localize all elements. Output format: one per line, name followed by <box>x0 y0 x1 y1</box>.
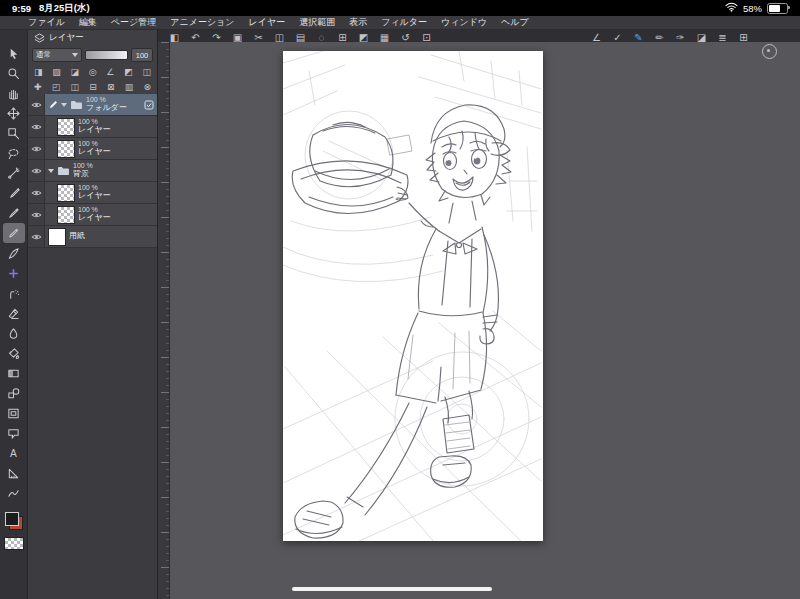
layer-row[interactable]: 100 % レイヤー <box>28 182 157 204</box>
canvas-viewport[interactable] <box>170 42 800 599</box>
eye-icon <box>31 145 42 153</box>
transfer-layer-icon[interactable]: ⊠ <box>107 82 115 92</box>
eye-icon <box>31 101 42 109</box>
paper-thumbnail <box>48 228 66 246</box>
hand-tool[interactable] <box>3 83 25 103</box>
pen-tool[interactable] <box>3 203 25 223</box>
opacity-value[interactable]: 100 <box>131 48 153 62</box>
set-ruler-icon[interactable]: ∠ <box>106 67 114 77</box>
layer-opacity: 100 % <box>78 184 111 192</box>
opacity-slider[interactable] <box>85 50 128 60</box>
folder-icon <box>57 166 70 176</box>
menu-bar: ファイル 編集 ページ管理 アニメーション レイヤー 選択範囲 表示 フィルター… <box>0 16 800 30</box>
blend-tool[interactable] <box>3 323 25 343</box>
brush-tool[interactable] <box>3 243 25 263</box>
main-color-swatch[interactable] <box>5 512 19 526</box>
layer-visibility-toggle[interactable] <box>28 204 45 225</box>
eyedropper-tool[interactable] <box>3 183 25 203</box>
layer-color-icon[interactable]: ◩ <box>124 67 133 77</box>
collapse-caret-icon[interactable] <box>48 169 54 173</box>
zoom-tool[interactable] <box>3 63 25 83</box>
color-swatches[interactable] <box>4 511 24 531</box>
two-pane-icon[interactable]: ◫ <box>142 67 151 77</box>
airbrush-tool[interactable] <box>3 283 25 303</box>
edit-target-pen-icon <box>48 100 58 110</box>
battery-icon <box>767 3 788 14</box>
layer-row[interactable]: 100 % レイヤー <box>28 116 157 138</box>
menu-selection[interactable]: 選択範囲 <box>299 16 335 29</box>
decoration-tool[interactable] <box>3 263 25 283</box>
text-tool[interactable]: A <box>3 443 25 463</box>
layer-command-row-2: ✚ ◰ ◫ ⊟ ⊠ ▥ ⊗ <box>28 79 157 94</box>
frame-border-tool[interactable] <box>3 403 25 423</box>
transparent-color-swatch[interactable] <box>4 537 24 550</box>
menu-help[interactable]: ヘルプ <box>501 16 529 29</box>
collapse-caret-icon[interactable] <box>61 103 67 107</box>
menu-view[interactable]: 表示 <box>349 16 367 29</box>
line-correction-tool[interactable] <box>3 483 25 503</box>
delete-layer-icon[interactable]: ⊗ <box>143 82 151 92</box>
eye-icon <box>31 211 42 219</box>
menu-filter[interactable]: フィルター <box>381 16 427 29</box>
duplicate-layer-icon[interactable]: ◫ <box>70 82 79 92</box>
pencil-tool[interactable] <box>3 223 25 243</box>
eraser-tool[interactable] <box>3 303 25 323</box>
menu-file[interactable]: ファイル <box>28 16 65 29</box>
layer-row[interactable]: 100 % レイヤー <box>28 138 157 160</box>
svg-text:A: A <box>10 448 17 459</box>
auto-select-tool[interactable] <box>3 163 25 183</box>
layer-thumbnail <box>57 140 75 158</box>
home-indicator[interactable] <box>292 587 492 591</box>
battery-percent: 58% <box>743 3 762 14</box>
layer-thumbnail <box>57 206 75 224</box>
enable-mask-icon[interactable]: ◎ <box>89 67 97 77</box>
layer-opacity: 100 % <box>86 96 127 104</box>
figure-tool[interactable] <box>3 383 25 403</box>
layer-name: レイヤー <box>78 148 111 157</box>
layer-visibility-toggle[interactable] <box>28 182 45 203</box>
wifi-icon <box>725 2 738 14</box>
layer-check-icon[interactable] <box>144 100 154 110</box>
canvas[interactable] <box>283 51 543 541</box>
menu-edit[interactable]: 編集 <box>79 16 97 29</box>
merge-down-icon[interactable]: ⊟ <box>89 82 97 92</box>
layer-visibility-toggle[interactable] <box>28 116 45 137</box>
menu-layer[interactable]: レイヤー <box>249 16 286 29</box>
combine-mode-icon[interactable]: ◨ <box>34 67 43 77</box>
ruler-tool[interactable] <box>3 463 25 483</box>
layer-row-folder[interactable]: 100 % 背景 <box>28 160 157 182</box>
gradient-tool[interactable] <box>3 363 25 383</box>
lock-alpha-icon[interactable]: ▨ <box>52 67 61 77</box>
balloon-tool[interactable] <box>3 423 25 443</box>
eye-icon <box>31 123 42 131</box>
fill-tool[interactable] <box>3 343 25 363</box>
new-layer-icon[interactable]: ✚ <box>34 82 42 92</box>
screentone-icon[interactable]: ▥ <box>125 82 134 92</box>
layer-row[interactable]: 100 % レイヤー <box>28 204 157 226</box>
new-folder-icon[interactable]: ◰ <box>52 82 61 92</box>
layer-visibility-toggle[interactable] <box>28 226 45 247</box>
eye-icon <box>31 233 42 241</box>
blend-mode-select[interactable]: 通常 <box>32 48 82 62</box>
selection-tool[interactable] <box>3 143 25 163</box>
layer-visibility-toggle[interactable] <box>28 160 45 181</box>
menu-window[interactable]: ウィンドウ <box>441 16 487 29</box>
layer-thumbnail <box>57 184 75 202</box>
layer-panel-title: レイヤー <box>49 32 84 44</box>
object-tool[interactable] <box>3 123 25 143</box>
chevron-down-icon <box>72 53 78 57</box>
operation-tool[interactable] <box>3 43 25 63</box>
menu-page-manage[interactable]: ページ管理 <box>111 16 156 29</box>
vertical-ruler <box>158 42 170 599</box>
layer-row-paper[interactable]: 用紙 <box>28 226 157 248</box>
lock-layer-icon[interactable]: ◪ <box>71 67 80 77</box>
layer-row-folder[interactable]: 100 % フォルダー <box>28 94 157 116</box>
layer-visibility-toggle[interactable] <box>28 138 45 159</box>
layer-name: 用紙 <box>69 232 85 241</box>
menu-animation[interactable]: アニメーション <box>170 16 234 29</box>
layer-command-row-1: ◨ ▨ ◪ ◎ ∠ ◩ ◫ <box>28 64 157 79</box>
move-layer-tool[interactable] <box>3 103 25 123</box>
tool-palette: A <box>0 30 28 599</box>
layer-visibility-toggle[interactable] <box>28 94 45 115</box>
quick-access-icon[interactable] <box>762 44 777 59</box>
